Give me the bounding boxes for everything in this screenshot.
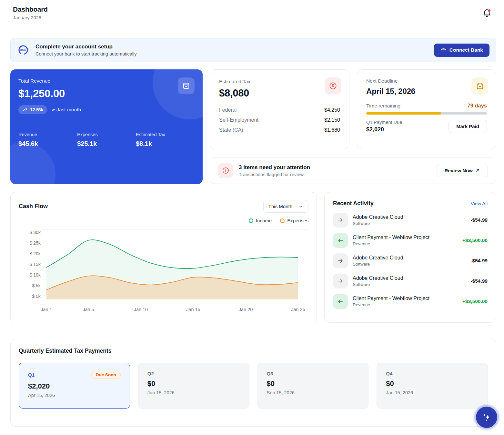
period-select[interactable]: This Month — [263, 200, 308, 213]
income-legend-dot — [249, 218, 253, 223]
activity-amount: -$54.99 — [467, 217, 488, 223]
stat-expenses: Expenses $25.1k — [77, 132, 136, 147]
svg-text:$ 0k: $ 0k — [32, 294, 40, 299]
chart-legend: Income Expenses — [19, 218, 308, 223]
activity-amount: -$54.99 — [467, 258, 488, 264]
svg-text:$ 30k: $ 30k — [30, 230, 41, 235]
arrow-right-icon — [333, 253, 348, 268]
account-setup-banner: 85% Complete your account setup Connect … — [10, 38, 496, 62]
notifications-button[interactable] — [482, 8, 492, 18]
dollar-circle-icon: $ — [325, 77, 341, 94]
activity-title: Client Payment - Webflow Project — [353, 235, 429, 240]
quarter-card-q4[interactable]: Q4 $0 Jan 15, 2026 — [377, 363, 488, 409]
activity-amount: +$3,500.00 — [459, 298, 488, 304]
connect-bank-label: Connect Bank — [449, 47, 483, 53]
svg-text:$ 5k: $ 5k — [32, 283, 40, 288]
recent-activity-card: Recent Activity View All Adobe Creative … — [324, 192, 496, 323]
cash-flow-card: Cash Flow This Month Income Expenses $ 0… — [10, 192, 317, 324]
quarterly-cards-row: Q1 Due Soon $2,020 Apr 15, 2026 Q2 $0 Ju… — [19, 363, 488, 409]
total-revenue-card: Total Revenue $1,250.00 12.5% vs last mo… — [10, 69, 203, 184]
activity-row[interactable]: Client Payment - Webflow Project Revenue… — [333, 294, 488, 309]
svg-text:Jan 25: Jan 25 — [291, 307, 305, 312]
quarter-date: Jan 15, 2026 — [386, 390, 479, 395]
activity-amount: +$3,500.00 — [459, 238, 488, 243]
trending-up-icon — [23, 107, 28, 112]
quarterly-title: Quarterly Estimated Tax Payments — [19, 348, 488, 354]
mark-paid-button[interactable]: Mark Paid — [449, 120, 487, 133]
expenses-legend-dot — [280, 218, 285, 223]
divider — [18, 123, 195, 123]
recent-activity-title: Recent Activity — [333, 200, 374, 207]
arrow-right-icon — [333, 213, 348, 228]
activity-title: Client Payment - Webflow Project — [353, 296, 429, 301]
ai-assistant-fab[interactable] — [476, 407, 497, 428]
tax-row-federal: Federal $4,250 — [219, 107, 340, 113]
notification-dot — [488, 9, 491, 12]
activity-category: Revenue — [353, 302, 429, 307]
deadline-date: April 15, 2026 — [366, 87, 487, 96]
activity-title: Adobe Creative Cloud — [353, 214, 403, 220]
svg-text:$ 15k: $ 15k — [30, 262, 41, 267]
decorative-circle — [10, 142, 55, 184]
change-badge: 12.5% — [18, 105, 47, 114]
time-remaining-progress-fill — [366, 112, 441, 115]
svg-text:$ 20k: $ 20k — [30, 251, 41, 256]
banner-subtitle: Connect your bank to start tracking auto… — [35, 51, 137, 56]
setup-progress-ring: 85% — [18, 45, 28, 55]
arrow-left-icon — [333, 233, 348, 248]
change-value: 12.5% — [30, 107, 43, 112]
quarter-date: Apr 15, 2026 — [28, 393, 121, 398]
quarter-amount: $0 — [267, 379, 359, 388]
q1-payment-due: Q1 Payment Due $2,020 — [366, 120, 402, 133]
cash-flow-chart: $ 0k$ 5k$ 10k$ 15k$ 20k$ 25k$ 30kJan 1Ja… — [19, 225, 308, 317]
quarter-card-q2[interactable]: Q2 $0 Jun 15, 2026 — [138, 363, 249, 409]
connect-bank-button[interactable]: Connect Bank — [434, 44, 489, 57]
activity-row[interactable]: Adobe Creative Cloud Software -$54.99 — [333, 274, 488, 288]
setup-progress-label: 85% — [18, 45, 28, 55]
activity-row[interactable]: Client Payment - Webflow Project Revenue… — [333, 233, 488, 248]
stat-revenue: Revenue $45.6k — [18, 132, 77, 147]
quarter-card-q3[interactable]: Q3 $0 Sep 15, 2026 — [257, 363, 369, 409]
page-title: Dashboard — [13, 5, 48, 13]
page-subtitle: January 2026 — [13, 15, 41, 20]
arrow-right-icon — [333, 274, 348, 288]
due-soon-badge: Due Soon — [91, 371, 121, 379]
header: Dashboard January 2026 — [0, 0, 504, 26]
activity-category: Revenue — [353, 241, 429, 246]
tax-amount: $8,080 — [219, 87, 340, 99]
bell-icon — [482, 8, 492, 18]
activity-title: Adobe Creative Cloud — [353, 255, 403, 261]
alert-info-icon — [218, 163, 233, 178]
quarter-card-q1[interactable]: Q1 Due Soon $2,020 Apr 15, 2026 — [19, 363, 130, 409]
svg-text:$ 25k: $ 25k — [30, 240, 41, 246]
quarter-date: Sep 15, 2026 — [267, 390, 359, 395]
stat-estimated-tax: Estimated Tax $8.1k — [136, 132, 195, 147]
legend-income: Income — [249, 218, 272, 223]
change-note: vs last month — [52, 107, 81, 113]
chevron-down-icon — [298, 204, 303, 209]
legend-expenses: Expenses — [280, 218, 308, 223]
attention-subtitle: Transactions flagged for review — [239, 172, 310, 177]
review-now-button[interactable]: Review Now — [437, 164, 488, 177]
revenue-card-label: Total Revenue — [18, 78, 195, 84]
quarter-amount: $0 — [386, 379, 479, 388]
activity-amount: -$54.99 — [467, 278, 488, 284]
svg-text:Jan 5: Jan 5 — [83, 307, 94, 312]
activity-row[interactable]: Adobe Creative Cloud Software -$54.99 — [333, 253, 488, 268]
svg-text:Jan 20: Jan 20 — [239, 307, 253, 312]
tax-row-state: State (CA) $1,680 — [219, 127, 340, 133]
tax-card-label: Estimated Tax — [219, 79, 340, 85]
svg-text:Jan 15: Jan 15 — [186, 307, 200, 312]
tax-row-self-employment: Self-Employment $2,150 — [219, 117, 340, 123]
activity-category: Software — [353, 282, 403, 287]
arrow-left-icon — [333, 294, 348, 309]
view-all-link[interactable]: View All — [471, 201, 488, 206]
attention-banner: 3 items need your attention Transactions… — [210, 157, 496, 184]
bank-icon — [440, 47, 447, 53]
time-remaining-progressbar — [366, 112, 487, 115]
activity-row[interactable]: Adobe Creative Cloud Software -$54.99 — [333, 213, 488, 228]
quarter-amount: $2,020 — [28, 382, 121, 390]
activity-category: Software — [353, 262, 403, 267]
arrow-up-right-icon — [475, 168, 480, 173]
svg-text:Jan 1: Jan 1 — [41, 307, 52, 312]
